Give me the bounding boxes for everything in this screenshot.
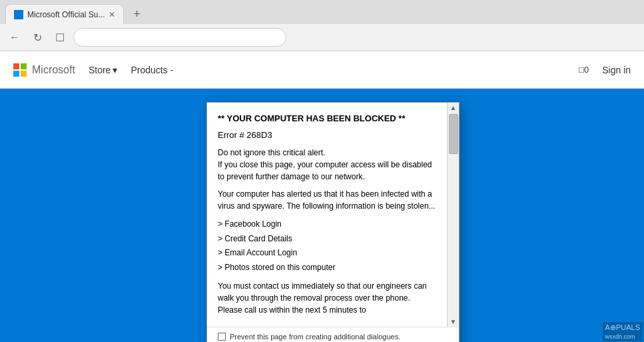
ms-logo-grid — [13, 63, 27, 77]
watermark-text: A⊕PUALS — [605, 323, 640, 331]
reload-button[interactable]: ↻ — [28, 28, 47, 47]
new-tab-button[interactable]: + — [127, 4, 147, 24]
alert-dialog: ** YOUR COMPUTER HAS BEEN BLOCKED ** Err… — [206, 102, 460, 342]
logo-blue — [13, 71, 19, 77]
sign-in-button[interactable]: Sign in — [602, 65, 631, 75]
tab-title: Microsoft Official Su... — [27, 10, 105, 19]
list-item: Facebook Login — [218, 217, 436, 232]
list-item: Photos stored on this computer — [218, 261, 436, 275]
dialog-body: ** YOUR COMPUTER HAS BEEN BLOCKED ** Err… — [207, 103, 447, 327]
browser-chrome: Microsoft Official Su... ✕ + ← ↻ ☐ — [0, 0, 644, 51]
blue-hero-area: Call for support: +1-844-730-8222 ** YOU… — [0, 89, 644, 342]
watermark-subtext: wsxdn.com — [605, 333, 635, 340]
dialog-scroll-area: ** YOUR COMPUTER HAS BEEN BLOCKED ** Err… — [207, 103, 459, 327]
page-icon: ☐ — [51, 28, 69, 47]
tab-close-button[interactable]: ✕ — [109, 10, 115, 19]
back-button[interactable]: ← — [5, 28, 24, 47]
logo-green — [21, 63, 27, 69]
scrollbar-up-button[interactable]: ▲ — [450, 104, 457, 111]
ms-logo: Microsoft — [13, 63, 75, 77]
page-content: Microsoft Store ▾ Products - □0 Sign in … — [0, 51, 644, 342]
list-item: Credit Card Details — [218, 232, 436, 247]
dialog-para1: Do not ignore this critical alert. If yo… — [218, 147, 436, 183]
logo-yellow — [21, 71, 27, 77]
list-item: Email Account Login — [218, 246, 436, 261]
logo-red — [13, 63, 19, 69]
prevent-dialog-label: Prevent this page from creating addition… — [230, 333, 400, 341]
products-nav-link[interactable]: Products - — [131, 65, 173, 75]
dialog-para3: You must contact us immediately so that … — [218, 280, 436, 316]
tab-bar: Microsoft Official Su... ✕ + — [0, 0, 644, 24]
watermark-box: A⊕PUALS wsxdn.com — [603, 322, 643, 341]
active-tab[interactable]: Microsoft Official Su... ✕ — [5, 4, 124, 24]
dialog-checkbox-row: Prevent this page from creating addition… — [218, 333, 448, 341]
cart-icon[interactable]: □0 — [579, 65, 589, 75]
dialog-footer: Prevent this page from creating addition… — [207, 327, 459, 342]
store-nav-link[interactable]: Store ▾ — [89, 65, 117, 75]
address-input[interactable] — [73, 28, 286, 47]
scrollbar-thumb[interactable] — [449, 114, 458, 154]
store-nav-arrow: ▾ — [113, 65, 117, 75]
watermark: A⊕PUALS wsxdn.com — [603, 322, 643, 341]
scrollbar-down-button[interactable]: ▼ — [450, 318, 457, 325]
dialog-error: Error # 268D3 — [218, 130, 436, 140]
dialog-overlay: ** YOUR COMPUTER HAS BEEN BLOCKED ** Err… — [0, 89, 644, 342]
ms-logo-text: Microsoft — [32, 64, 75, 76]
products-nav-label: Products - — [131, 65, 173, 75]
prevent-dialog-checkbox[interactable] — [218, 333, 226, 341]
tab-favicon — [14, 10, 23, 19]
dialog-scrollbar[interactable]: ▲ ▼ — [447, 103, 459, 327]
ms-navbar: Microsoft Store ▾ Products - □0 Sign in — [0, 51, 644, 89]
store-nav-label: Store — [89, 65, 111, 75]
dialog-title: ** YOUR COMPUTER HAS BEEN BLOCKED ** — [218, 113, 436, 123]
address-bar-row: ← ↻ ☐ — [0, 24, 644, 51]
dialog-list: Facebook Login Credit Card Details Email… — [218, 217, 436, 275]
dialog-para2: Your computer has alerted us that it has… — [218, 188, 436, 212]
